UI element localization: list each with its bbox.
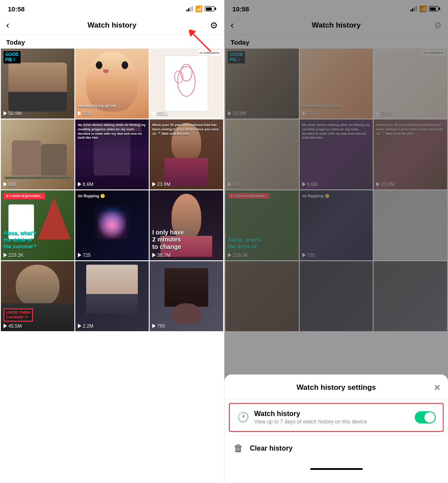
- video-thumb-12[interactable]: 790: [150, 261, 223, 331]
- video-count-9: 38.7M: [152, 252, 171, 258]
- video-count-2: 226: [78, 111, 91, 116]
- wifi-icon-left: 📶: [195, 5, 203, 12]
- video-thumb-4[interactable]: 656: [1, 119, 74, 189]
- video-teal-7: Alexa, what'sthe drink ofthe summer?: [4, 230, 72, 251]
- video-overlay-6: When your 55 year old boyfriend Dad has …: [152, 123, 220, 136]
- video-count-6: 23.9M: [152, 182, 171, 187]
- watch-history-label: Watch history: [254, 410, 410, 418]
- video-count-8: 725: [78, 252, 91, 258]
- svg-line-1: [193, 34, 211, 52]
- right-phone-panel: 10:58 📶 ‹ Watch history ⚙ Today GOODPIE …: [224, 0, 448, 483]
- video-overlay-5: My inner demon talking while im filming …: [78, 123, 146, 140]
- battery-icon-left: [205, 6, 216, 11]
- back-button-left[interactable]: ‹: [6, 20, 9, 31]
- left-phone-panel: 10:58 📶 ‹ Watch history ⚙ T: [0, 0, 224, 483]
- video-grid-left: GOODPIE ! 50.9M me asking my gf out 226: [0, 49, 224, 483]
- video-big-text-9: I only have2 minutesto change: [152, 229, 220, 251]
- watch-history-icon: 🕐: [237, 412, 249, 423]
- video-label-1: GOODPIE !: [4, 51, 21, 63]
- video-thumb-2[interactable]: me asking my gf out 226: [75, 49, 149, 119]
- video-thumb-11[interactable]: 2.2M: [75, 261, 149, 331]
- clear-history-label: Clear history: [250, 444, 440, 452]
- video-count-10: 45.5M: [4, 323, 22, 329]
- clear-history-content: Clear history: [250, 444, 440, 452]
- video-count-4: 656: [4, 182, 16, 187]
- video-count-1: 50.9M: [4, 111, 22, 116]
- gear-button-left[interactable]: ⚙: [210, 20, 218, 31]
- watch-history-sublabel: View up to 7 days of watch history on th…: [254, 419, 410, 425]
- video-liked-badge-10: LIKED THEMCOOKED ?!: [4, 308, 33, 322]
- video-thumb-9[interactable]: I only have2 minutesto change 38.7M: [150, 190, 223, 260]
- sheet-title: Watch history settings: [297, 383, 376, 392]
- video-thumb-8[interactable]: im flopping 😬 725: [75, 190, 149, 260]
- sheet-header: Watch history settings ✕: [224, 374, 448, 399]
- video-thumb-1[interactable]: GOODPIE ! 50.9M: [1, 49, 74, 119]
- watch-history-row[interactable]: 🕐 Watch history View up to 7 days of wat…: [229, 403, 444, 432]
- status-bar-left: 10:58 📶: [0, 0, 224, 16]
- video-count-12: 790: [152, 323, 165, 329]
- watch-history-content: Watch history View up to 7 days of watch…: [254, 410, 410, 425]
- watch-history-toggle[interactable]: [415, 411, 436, 424]
- video-thumb-7[interactable]: A 1 ounce of grenadine... Alexa, what'st…: [1, 190, 74, 260]
- signal-icon-left: [186, 6, 193, 11]
- annotation-arrow: [189, 30, 215, 58]
- toggle-knob: [424, 412, 435, 423]
- clear-history-row[interactable]: 🗑 Clear history: [224, 436, 448, 461]
- video-count-11: 2.2M: [78, 323, 93, 329]
- status-time-left: 10:58: [8, 5, 24, 13]
- bottom-sheet: Watch history settings ✕ 🕐 Watch history…: [224, 374, 448, 483]
- video-count-5: 8.6M: [78, 182, 93, 187]
- video-thumb-3[interactable]: ce notifications 5511: [150, 49, 223, 119]
- home-indicator: [310, 468, 363, 470]
- video-count-7: 229.2K: [4, 252, 24, 258]
- video-overlay-8: im flopping 😬: [78, 194, 146, 199]
- video-overlay-2: me asking my gf out: [78, 104, 146, 109]
- sheet-close-button[interactable]: ✕: [434, 382, 441, 393]
- status-icons-left: 📶: [186, 5, 216, 12]
- video-red-badge-7: A 1 ounce of grenadine...: [4, 193, 45, 199]
- video-count-3: 5511: [152, 111, 168, 116]
- video-thumb-10[interactable]: LIKED THEMCOOKED ?! 45.5M: [1, 261, 74, 331]
- clear-history-icon: 🗑: [232, 443, 245, 454]
- page-title-left: Watch history: [88, 21, 136, 30]
- video-thumb-6[interactable]: When your 55 year old boyfriend Dad has …: [150, 119, 223, 189]
- video-thumb-5[interactable]: My inner demon talking while im filming …: [75, 119, 149, 189]
